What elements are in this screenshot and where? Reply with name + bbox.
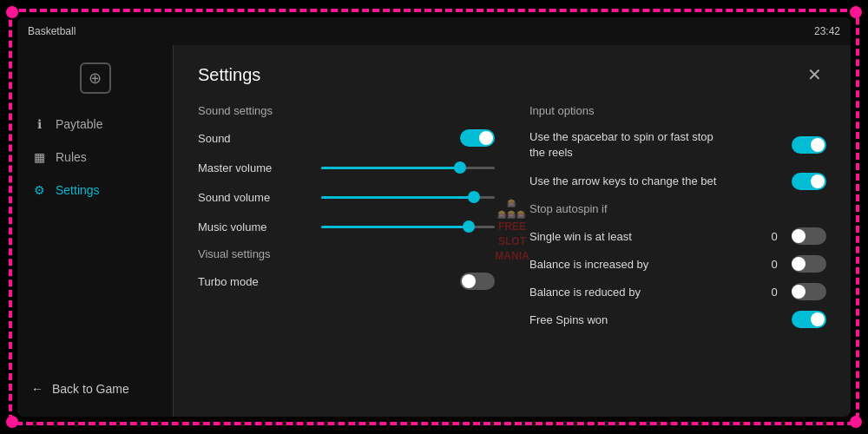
slider-track — [321, 226, 495, 228]
slider-thumb — [454, 161, 466, 174]
free-spins-toggle[interactable] — [792, 311, 826, 328]
clock: 23:42 — [814, 25, 840, 37]
rules-icon: ▦ — [31, 149, 47, 165]
slider-fill — [321, 226, 469, 228]
left-column: Sound settings Sound Master volume — [198, 104, 495, 339]
sidebar-item-label: Rules — [56, 150, 87, 164]
free-spins-label: Free Spins won — [529, 313, 764, 326]
outer-border: Basketball 23:42 ⊕ ℹ Paytable ▦ Rules — [9, 9, 859, 425]
music-volume-label: Music volume — [198, 220, 266, 233]
sound-settings-title: Sound settings — [198, 104, 495, 117]
sound-volume-row: Sound volume — [198, 188, 495, 206]
settings-title: Settings — [198, 65, 260, 85]
arrow-keys-toggle[interactable] — [792, 173, 826, 190]
settings-columns: Sound settings Sound Master volume — [198, 104, 826, 339]
balance-decrease-toggle[interactable] — [792, 283, 826, 300]
single-win-toggle[interactable] — [792, 227, 826, 245]
slider-track — [321, 196, 495, 199]
slider-fill — [321, 167, 460, 169]
sidebar-item-label: Paytable — [56, 117, 102, 131]
back-icon: ← — [31, 382, 43, 396]
settings-icon: ⚙ — [31, 182, 47, 198]
move-icon[interactable]: ⊕ — [80, 62, 111, 94]
settings-header: Settings ✕ — [198, 62, 826, 87]
back-label: Back to Game — [52, 382, 129, 396]
sidebar: ⊕ ℹ Paytable ▦ Rules ⚙ Settings ← B — [17, 45, 174, 417]
balance-decrease-row: Balance is reduced by 0 — [529, 283, 826, 300]
sound-volume-slider[interactable] — [321, 188, 495, 206]
master-volume-label: Master volume — [198, 161, 272, 174]
app-frame: Basketball 23:42 ⊕ ℹ Paytable ▦ Rules — [17, 17, 851, 417]
top-bar: Basketball 23:42 — [17, 17, 851, 45]
master-volume-slider[interactable] — [321, 159, 495, 176]
stop-autospin-title: Stop autospin if — [529, 202, 826, 215]
single-win-label: Single win is at least — [529, 230, 764, 243]
arrow-keys-option-row: Use the arrow keys to change the bet — [529, 173, 826, 190]
slider-thumb — [463, 220, 475, 233]
sidebar-item-label: Settings — [56, 183, 100, 197]
sidebar-item-settings[interactable]: ⚙ Settings — [17, 174, 173, 207]
game-title: Basketball — [28, 25, 76, 37]
master-volume-row: Master volume — [198, 159, 495, 176]
balance-decrease-value: 0 — [764, 286, 785, 299]
slider-fill — [321, 196, 474, 199]
music-volume-slider[interactable] — [321, 218, 495, 235]
free-spins-row: Free Spins won — [529, 311, 826, 328]
turbo-mode-row: Turbo mode — [198, 273, 495, 290]
spacebar-toggle[interactable] — [792, 136, 826, 154]
single-win-row: Single win is at least 0 — [529, 227, 826, 245]
main-area: ⊕ ℹ Paytable ▦ Rules ⚙ Settings ← B — [17, 45, 851, 417]
turbo-mode-label: Turbo mode — [198, 275, 259, 288]
slider-thumb — [468, 191, 480, 203]
sidebar-item-paytable[interactable]: ℹ Paytable — [17, 108, 173, 141]
balance-increase-label: Balance is increased by — [529, 258, 764, 271]
crosshair-icon: ⊕ — [89, 69, 102, 88]
slider-track — [321, 167, 495, 169]
music-volume-row: Music volume — [198, 218, 495, 235]
sound-setting-row: Sound — [198, 129, 495, 147]
info-icon: ℹ — [31, 116, 47, 132]
sound-label: Sound — [198, 132, 231, 145]
sound-toggle[interactable] — [460, 129, 495, 147]
arrow-keys-label: Use the arrow keys to change the bet — [529, 174, 716, 189]
sidebar-logo: ⊕ — [17, 56, 173, 108]
turbo-mode-toggle[interactable] — [460, 273, 495, 290]
sidebar-item-rules[interactable]: ▦ Rules — [17, 141, 173, 174]
spacebar-label: Use the spacebar to spin or fast stop th… — [529, 129, 720, 161]
content-area: Settings ✕ Sound settings Sound — [174, 45, 851, 417]
balance-increase-toggle[interactable] — [792, 255, 826, 273]
input-options-title: Input options — [529, 104, 826, 117]
close-button[interactable]: ✕ — [802, 62, 826, 87]
balance-increase-value: 0 — [764, 258, 785, 271]
single-win-value: 0 — [764, 230, 785, 243]
balance-increase-row: Balance is increased by 0 — [529, 255, 826, 273]
visual-settings-title: Visual settings — [198, 247, 495, 260]
right-column: Input options Use the spacebar to spin o… — [529, 104, 826, 339]
sound-volume-label: Sound volume — [198, 191, 270, 204]
balance-decrease-label: Balance is reduced by — [529, 286, 764, 299]
close-icon: ✕ — [807, 64, 822, 85]
back-to-game-button[interactable]: ← Back to Game — [17, 372, 173, 406]
spacebar-option-row: Use the spacebar to spin or fast stop th… — [529, 129, 826, 161]
